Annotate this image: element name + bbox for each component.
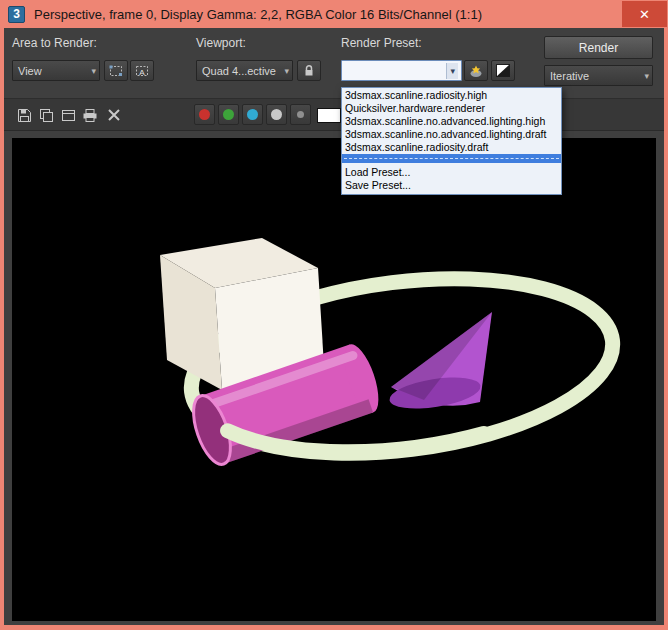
gamma-toggle-button[interactable] bbox=[491, 60, 515, 81]
auto-region-icon: A bbox=[135, 65, 149, 77]
render-scene bbox=[12, 138, 656, 621]
area-to-render-select[interactable]: View ▾ bbox=[12, 60, 100, 81]
clone-window-icon bbox=[61, 108, 76, 123]
red-channel-icon bbox=[198, 108, 211, 121]
preset-option[interactable]: 3dsmax.scanline.radiosity.high bbox=[342, 89, 561, 102]
render-preset-select[interactable]: ▾ bbox=[341, 60, 462, 81]
save-image-button[interactable] bbox=[14, 104, 34, 126]
rendered-frame-window: 3 Perspective, frame 0, Display Gamma: 2… bbox=[0, 0, 668, 630]
save-icon bbox=[17, 108, 32, 123]
render-setup-button[interactable] bbox=[464, 60, 488, 81]
green-channel-icon bbox=[222, 108, 235, 121]
alpha-channel-icon bbox=[294, 108, 307, 121]
viewport-label: Viewport: bbox=[196, 36, 246, 50]
chevron-down-icon: ▾ bbox=[640, 71, 649, 81]
render-mode-select[interactable]: Iterative ▾ bbox=[544, 65, 653, 86]
render-preset-dropdown-list: 3dsmax.scanline.radiosity.high Quicksilv… bbox=[341, 87, 562, 195]
red-channel-button[interactable] bbox=[194, 104, 215, 125]
clear-image-button[interactable] bbox=[104, 104, 124, 126]
dashed-line bbox=[344, 158, 559, 159]
preset-option[interactable]: 3dsmax.scanline.no.advanced.lighting.hig… bbox=[342, 115, 561, 128]
alpha-channel-button[interactable] bbox=[290, 104, 311, 125]
swatch-icon bbox=[317, 108, 341, 123]
app-icon[interactable]: 3 bbox=[8, 6, 25, 23]
area-to-render-label: Area to Render: bbox=[12, 36, 97, 50]
blue-channel-button[interactable] bbox=[242, 104, 263, 125]
render-preset-label: Render Preset: bbox=[341, 36, 422, 50]
render-viewport bbox=[12, 138, 656, 621]
preset-option[interactable]: 3dsmax.scanline.no.advanced.lighting.dra… bbox=[342, 128, 561, 141]
copy-icon bbox=[39, 108, 54, 123]
close-x-icon bbox=[107, 108, 121, 122]
blue-channel-icon bbox=[246, 108, 259, 121]
render-setup-icon bbox=[468, 64, 484, 78]
clone-window-button[interactable] bbox=[58, 104, 78, 126]
auto-region-button[interactable]: A bbox=[130, 60, 154, 81]
area-to-render-value: View bbox=[18, 65, 42, 77]
color-swatch[interactable] bbox=[316, 104, 342, 126]
save-preset-option[interactable]: Save Preset... bbox=[342, 179, 561, 192]
render-button[interactable]: Render bbox=[544, 36, 653, 59]
chevron-down-icon: ▾ bbox=[87, 66, 96, 76]
copy-image-button[interactable] bbox=[36, 104, 56, 126]
preset-separator[interactable] bbox=[342, 154, 561, 163]
viewport-value: Quad 4...ective bbox=[202, 65, 276, 77]
load-preset-option[interactable]: Load Preset... bbox=[342, 166, 561, 179]
close-button[interactable]: ✕ bbox=[622, 1, 667, 27]
edit-region-button[interactable] bbox=[104, 60, 128, 81]
monochrome-icon bbox=[270, 108, 283, 121]
render-mode-value: Iterative bbox=[550, 70, 589, 82]
chevron-down-icon: ▾ bbox=[446, 63, 458, 79]
green-channel-button[interactable] bbox=[218, 104, 239, 125]
print-icon bbox=[82, 108, 98, 123]
monochrome-button[interactable] bbox=[266, 104, 287, 125]
window-content: Area to Render: View ▾ A Viewport: Quad … bbox=[4, 28, 664, 625]
svg-text:A: A bbox=[139, 67, 145, 76]
chevron-down-icon: ▾ bbox=[280, 66, 289, 76]
viewport-lock-button[interactable] bbox=[297, 60, 321, 81]
preset-option[interactable]: Quicksilver.hardware.renderer bbox=[342, 102, 561, 115]
edit-region-icon bbox=[109, 65, 123, 77]
viewport-select[interactable]: Quad 4...ective ▾ bbox=[196, 60, 293, 81]
rfw-toolbar bbox=[4, 98, 664, 131]
titlebar[interactable]: 3 Perspective, frame 0, Display Gamma: 2… bbox=[0, 0, 668, 28]
print-image-button[interactable] bbox=[80, 104, 100, 126]
preset-option[interactable]: 3dsmax.scanline.radiosity.draft bbox=[342, 141, 561, 154]
window-title: Perspective, frame 0, Display Gamma: 2,2… bbox=[34, 7, 482, 22]
gamma-split-icon bbox=[496, 64, 510, 77]
lock-icon bbox=[303, 64, 315, 77]
